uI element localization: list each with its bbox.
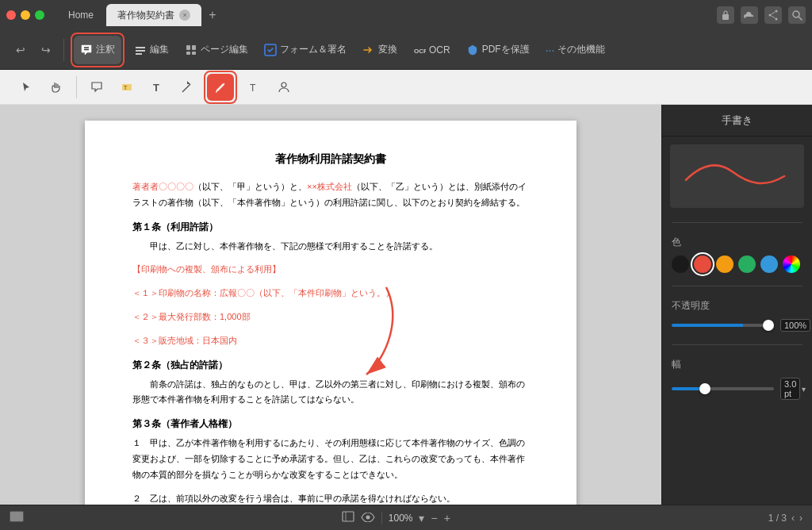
comment-sub-button[interactable] <box>83 74 110 101</box>
width-dropdown-icon[interactable]: ▾ <box>802 385 806 394</box>
document-title: 著作物利用許諾契約書 <box>132 152 529 167</box>
minimize-button[interactable] <box>21 10 30 20</box>
svg-line-5 <box>772 16 776 18</box>
edit-tool-button[interactable]: 編集 <box>128 36 175 64</box>
svg-text:T: T <box>153 82 159 94</box>
color-blue[interactable] <box>760 255 778 273</box>
document-intro: 著者者〇〇〇〇（以下、「甲」という）と、××株式会社（以下、「乙」という）とは、… <box>132 179 529 211</box>
share-icon[interactable] <box>764 6 782 24</box>
color-green[interactable] <box>738 255 756 273</box>
page-next-icon[interactable]: › <box>799 513 802 524</box>
zoom-minus-button[interactable]: − <box>431 512 437 524</box>
svg-line-22 <box>182 84 190 92</box>
tab-home[interactable]: Home <box>57 4 105 26</box>
article1-list-title: 【印刷物への複製、頒布による利用】 <box>132 262 529 278</box>
zoom-value: 100% <box>389 513 413 524</box>
text2-sub-button[interactable]: T <box>240 74 267 101</box>
subtoolbar: T T T <box>0 70 812 105</box>
svg-rect-16 <box>192 52 196 55</box>
page-info: 1 / 3 <box>768 513 787 524</box>
page-edit-button[interactable]: ページ編集 <box>178 36 255 64</box>
maximize-button[interactable] <box>35 10 44 20</box>
document-area[interactable]: 著作物利用許諾契約書 著者者〇〇〇〇（以下、「甲」という）と、××株式会社（以下… <box>0 105 661 505</box>
color-black[interactable] <box>672 255 689 273</box>
status-right: 1 / 3 ‹ › <box>768 513 802 524</box>
color-grid <box>672 255 802 273</box>
comment-label: 注釈 <box>96 43 115 56</box>
svg-point-3 <box>776 18 778 21</box>
cloud-icon[interactable] <box>741 6 758 24</box>
add-tab-button[interactable]: + <box>203 6 222 25</box>
protect-button[interactable]: PDFを保護 <box>460 36 536 64</box>
protect-label: PDFを保護 <box>482 43 530 56</box>
search-icon[interactable] <box>788 6 806 24</box>
tab-bar: Home 著作物契約書 × + <box>57 4 712 26</box>
main-area: 著作物利用許諾契約書 著者者〇〇〇〇（以下、「甲」という）と、××株式会社（以下… <box>0 105 812 505</box>
page-prev-icon[interactable]: ‹ <box>791 513 795 524</box>
svg-point-24 <box>282 83 286 87</box>
article3-title: 第３条（著作者人格権） <box>132 417 529 431</box>
color-orange[interactable] <box>716 255 733 273</box>
panel-divider-2 <box>672 286 802 286</box>
redo-button[interactable]: ↪ <box>35 39 57 61</box>
eye-icon[interactable] <box>361 511 375 525</box>
hand-tool-button[interactable] <box>43 74 70 101</box>
form-sign-label: フォーム＆署名 <box>280 43 347 56</box>
panel-divider-3 <box>672 344 802 345</box>
zoom-dropdown-icon[interactable]: ▾ <box>419 512 424 524</box>
comment-tool-button[interactable]: 注釈 <box>74 36 121 64</box>
tab-close-icon[interactable]: × <box>179 10 190 21</box>
svg-point-6 <box>793 11 799 17</box>
titlebar: Home 著作物契約書 × + <box>0 0 812 30</box>
lock-icon[interactable] <box>717 6 734 24</box>
statusbar: 100% ▾ − + 1 / 3 ‹ › <box>0 505 812 530</box>
width-slider-row: 3.0 pt ▾ <box>672 378 802 400</box>
ocr-button[interactable]: OCR OCR <box>407 36 457 64</box>
author-name: 著者者〇〇〇〇 <box>132 182 193 191</box>
text-sub-button[interactable]: T <box>144 74 170 101</box>
arrow-sub-button[interactable] <box>174 74 201 101</box>
ocr-label: OCR <box>429 44 450 56</box>
tab-document[interactable]: 著作物契約書 × <box>106 4 201 26</box>
status-icon[interactable] <box>10 511 24 525</box>
edit-label: 編集 <box>150 43 169 56</box>
highlight-sub-button[interactable]: T <box>113 74 140 101</box>
fit-page-icon[interactable] <box>342 511 354 525</box>
article3-body1: １ 甲は、乙が本件著作物を利用するにあたり、その利用態様に応じて本件著作物のサイ… <box>132 436 529 482</box>
width-slider[interactable] <box>672 387 774 390</box>
svg-line-7 <box>799 17 802 21</box>
document-page: 著作物利用許諾契約書 著者者〇〇〇〇（以下、「甲」という）と、××株式会社（以下… <box>85 121 576 505</box>
toolbar: ↩ ↪ 注釈 編集 ページ編集 フォーム＆署名 変換 OCR OCR PDFを保… <box>0 30 812 70</box>
article2-title: 第２条（独占的許諾） <box>132 359 529 372</box>
opacity-label: 不透明度 <box>672 299 802 313</box>
opacity-slider[interactable] <box>672 324 774 327</box>
svg-text:OCR: OCR <box>414 48 426 55</box>
svg-text:T: T <box>250 83 256 94</box>
svg-rect-13 <box>186 45 190 50</box>
svg-point-2 <box>769 14 772 17</box>
svg-rect-11 <box>136 50 145 52</box>
handwriting-preview <box>670 144 804 208</box>
zoom-plus-button[interactable]: + <box>444 512 450 524</box>
more-button[interactable]: ··· その他機能 <box>539 36 612 64</box>
convert-button[interactable]: 変換 <box>356 36 404 64</box>
svg-line-4 <box>772 12 776 14</box>
status-left <box>10 511 24 525</box>
color-red[interactable] <box>694 255 711 273</box>
article1-item3: ＜３＞販売地域：日本国内 <box>132 333 529 349</box>
form-sign-button[interactable]: フォーム＆署名 <box>258 36 353 64</box>
svg-rect-15 <box>186 52 190 55</box>
cursor-tool-button[interactable] <box>13 74 40 101</box>
handwriting-preview-svg <box>670 144 804 208</box>
user-sub-button[interactable] <box>270 74 297 101</box>
color-picker[interactable] <box>783 255 800 273</box>
undo-button[interactable]: ↩ <box>10 39 32 61</box>
status-center: 100% ▾ − + <box>342 511 450 525</box>
close-button[interactable] <box>6 10 16 20</box>
subtoolbar-separator-1 <box>76 76 77 98</box>
convert-label: 変換 <box>378 43 397 56</box>
opacity-section: 不透明度 100% ▾ <box>662 293 812 338</box>
pen-tool-button[interactable] <box>207 74 234 101</box>
status-separator <box>381 512 382 524</box>
svg-rect-12 <box>136 53 142 55</box>
